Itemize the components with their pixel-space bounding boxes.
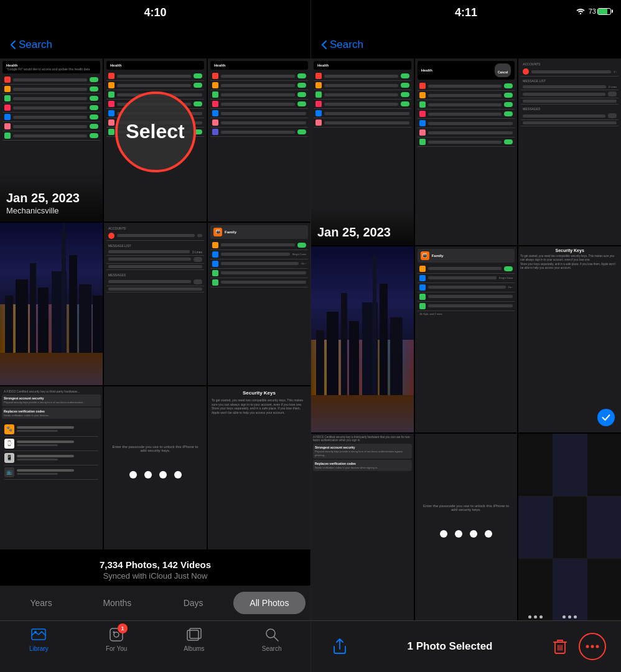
svg-point-13 (595, 645, 599, 648)
svg-point-11 (586, 645, 589, 648)
tab-months[interactable]: Months (81, 592, 153, 614)
photo-count: 7,334 Photos, 142 Videos (12, 559, 298, 570)
right-photo-grid: Health Jan 25, 2023 Hea (311, 58, 621, 620)
search-tab-icon (263, 626, 281, 643)
albums-icon (185, 626, 203, 643)
svg-point-1 (34, 631, 37, 633)
right-status-bar: 4:11 73 (311, 0, 621, 31)
grid-cell-7[interactable]: A FIDO2 Certified security key is third-… (0, 386, 103, 549)
battery-level: 73 (589, 7, 596, 15)
select-circle[interactable]: Select (115, 91, 196, 172)
foryou-icon: 1 (108, 626, 125, 643)
right-date-overlay: Jan 25, 2023 (311, 207, 414, 245)
tab-foryou-label: For You (106, 645, 127, 652)
selected-count: 1 Photo Selected (408, 640, 493, 653)
security-keys-body: To get started, you need two compatible … (212, 398, 307, 414)
right-panel: 4:11 73 Search (310, 0, 621, 672)
svg-point-12 (591, 645, 594, 648)
delete-button[interactable] (546, 633, 574, 660)
battery-icon: 73 (589, 7, 611, 15)
right-grid-cell-7[interactable]: A FIDO2 Certified security key is third-… (311, 434, 414, 620)
grid-cell-1[interactable]: Health "Google Fit" would like to access… (0, 58, 103, 222)
security-keys-title: Security Keys (212, 390, 307, 396)
photo-location: Mechanicsville (6, 206, 96, 215)
right-grid-cell-8[interactable]: Enter the passcode you use to unlock thi… (415, 434, 518, 620)
select-text: Select (126, 120, 184, 143)
tab-years[interactable]: Years (5, 592, 77, 614)
action-bar: 1 Photo Selected (311, 620, 621, 672)
grid-cell-9[interactable]: Security Keys To get started, you need t… (208, 386, 310, 549)
grid-cell-8[interactable]: Enter the passcode you use to unlock thi… (104, 386, 207, 549)
svg-point-7 (266, 629, 275, 638)
tab-library[interactable]: Library (0, 626, 78, 652)
svg-line-8 (274, 637, 278, 642)
share-button[interactable] (326, 633, 353, 660)
tab-search[interactable]: Search (233, 626, 310, 652)
tab-albums[interactable]: Albums (156, 626, 233, 652)
wifi-icon (576, 8, 586, 14)
tab-library-label: Library (29, 645, 49, 652)
sync-status: Synced with iCloud Just Now (12, 571, 298, 581)
left-panel: 4:10 Search Health "Google Fit" would li… (0, 0, 310, 672)
right-screenshots-grid: Health Jan 25, 2023 Hea (311, 58, 621, 620)
right-grid-cell-3[interactable]: Accounts 3 › MESSAGE LIST 2 Lines MESSAG… (518, 58, 621, 245)
filter-tabs: Years Months Days All Photos (0, 586, 310, 620)
grid-cell-4[interactable] (0, 223, 103, 386)
library-icon (30, 626, 47, 643)
grid-cell-2[interactable]: Health Select (104, 58, 207, 222)
grid-cell-3[interactable]: Health (208, 58, 310, 222)
left-status-bar: 4:10 (0, 0, 310, 31)
battery-area: 73 (576, 7, 611, 15)
tab-for-you[interactable]: 1 For You (78, 626, 156, 652)
tab-all-photos[interactable]: All Photos (233, 592, 306, 614)
left-time: 4:10 (144, 6, 166, 19)
tab-bar: Library 1 For You Albums (0, 620, 310, 672)
right-grid-cell-6[interactable]: Security Keys To get started, you need t… (518, 246, 621, 433)
svg-point-4 (113, 632, 115, 633)
right-back-label: Search (330, 39, 363, 51)
right-back-button[interactable]: Search (321, 39, 363, 51)
grid-cell-6[interactable]: 👨‍👩‍👧 Family King's Cross On › (208, 223, 310, 386)
more-button[interactable] (579, 633, 606, 660)
action-buttons-right (546, 633, 606, 660)
date-overlay: Jan 25, 2023 Mechanicsville (0, 172, 103, 222)
right-photo-date: Jan 25, 2023 (317, 225, 408, 239)
svg-point-3 (114, 632, 119, 637)
svg-point-9 (580, 13, 581, 14)
right-time: 4:11 (455, 6, 477, 19)
photo-date: Jan 25, 2023 (6, 191, 96, 205)
tab-albums-label: Albums (184, 645, 204, 652)
back-label: Search (19, 39, 52, 51)
bottom-info: 7,334 Photos, 142 Videos Synced with iCl… (0, 549, 310, 586)
right-grid-cell-4[interactable] (311, 246, 414, 433)
notification-badge: 1 (118, 623, 128, 633)
right-grid-cell-9[interactable] (518, 434, 621, 620)
right-nav-bar: Search (311, 31, 621, 58)
right-grid-cell-2[interactable]: Health Cancel (415, 58, 518, 245)
tab-days[interactable]: Days (157, 592, 230, 614)
right-grid-cell-1[interactable]: Health Jan 25, 2023 (311, 58, 414, 245)
grid-cell-5[interactable]: Accounts MESSAGE LIST 2 Lines MESSAGES (104, 223, 207, 386)
back-button[interactable]: Search (10, 39, 52, 51)
screenshots-grid: Health "Google Fit" would like to access… (0, 58, 310, 549)
left-nav-bar: Search (0, 31, 310, 58)
tab-search-label: Search (262, 645, 282, 652)
right-grid-cell-5[interactable]: 👨‍👩‍👧 Family King's Cross On › Jill, Kyl… (415, 246, 518, 433)
photo-grid: Health "Google Fit" would like to access… (0, 58, 310, 549)
